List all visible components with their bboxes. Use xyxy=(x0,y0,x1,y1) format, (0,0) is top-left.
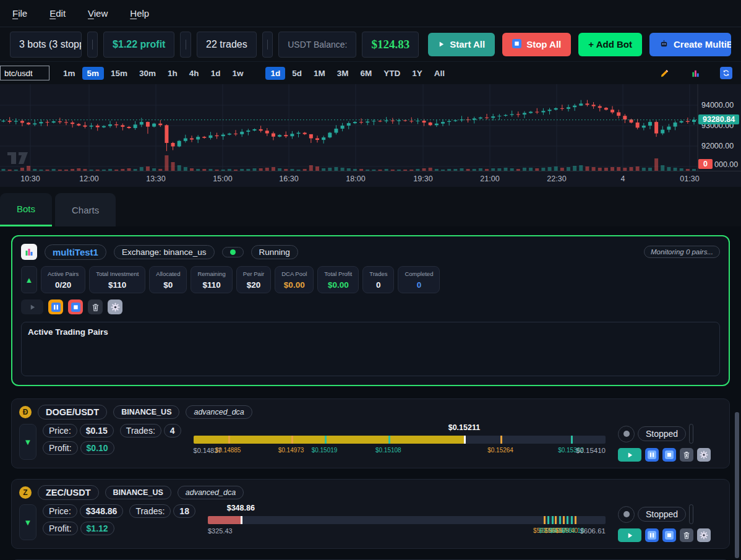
pair-collapse-toggle[interactable]: ▼ xyxy=(19,504,36,540)
play-button[interactable] xyxy=(618,448,641,462)
scrollbar-thumb[interactable] xyxy=(735,412,739,558)
price-level-tick xyxy=(575,516,576,524)
pair-card-zec: ZZEC/USDTBINANCE_USadvanced_dca▼Price:$3… xyxy=(11,479,730,549)
trades-value: 4 xyxy=(164,424,181,437)
stop-icon xyxy=(512,39,521,50)
timeframe-1h[interactable]: 1h xyxy=(163,67,182,80)
timeframe-1w[interactable]: 1w xyxy=(227,67,248,80)
create-multibot-button[interactable]: Create MultiB xyxy=(649,33,731,56)
trades-value: 18 xyxy=(173,504,195,518)
tab-bots[interactable]: Bots xyxy=(0,193,52,226)
time-axis-label: 12:00 xyxy=(79,174,98,183)
menu-item-file[interactable]: File xyxy=(12,8,27,19)
current-price-marker xyxy=(464,436,466,444)
add-bot-button[interactable]: + Add Bot xyxy=(578,33,642,56)
current-price-marker xyxy=(241,516,242,524)
price-level-tick xyxy=(567,516,568,524)
trash-button[interactable] xyxy=(680,528,693,542)
bot-card-multitest1: multiTest1 Exchange: binance_us Running … xyxy=(11,235,730,386)
play-button[interactable] xyxy=(618,528,641,542)
profit-label: Profit: xyxy=(43,522,78,535)
trash-button[interactable] xyxy=(680,448,693,462)
candlestick-plot[interactable] xyxy=(0,84,741,171)
chart-toolbar: 1m5m15m30m1h4h1d1w 1d5d1M3M6MYTD1YAll xyxy=(0,62,741,84)
menubar: FileEditViewHelp xyxy=(0,0,741,27)
timeframe-4h[interactable]: 4h xyxy=(184,67,204,80)
pair-strategy-pill: advanced_dca xyxy=(178,486,244,499)
bar-chart-icon[interactable] xyxy=(689,67,701,79)
timeframe-30m[interactable]: 30m xyxy=(134,67,161,80)
time-axis-label: 16:30 xyxy=(279,174,298,183)
bots-summary-box: 3 bots (3 stopp xyxy=(10,32,82,58)
pair-collapse-toggle[interactable]: ▼ xyxy=(19,424,36,460)
price-range-track xyxy=(194,436,606,444)
price-level-tick xyxy=(325,436,327,444)
range-max-label: $606.61 xyxy=(580,527,606,535)
time-axis-label: 13:30 xyxy=(146,174,165,183)
tab-charts[interactable]: Charts xyxy=(55,193,116,226)
timeframe-15m[interactable]: 15m xyxy=(106,67,132,80)
total-profit-text: $1.22 profit xyxy=(113,39,165,50)
pair-exchange-pill: BINANCE_US xyxy=(113,405,179,419)
current-price-label: $0.15211 xyxy=(448,423,480,432)
timeframe-5m[interactable]: 5m xyxy=(82,67,105,80)
balance-value-box: $124.83 xyxy=(362,32,419,58)
range-1y[interactable]: 1Y xyxy=(407,67,427,80)
range-1d[interactable]: 1d xyxy=(265,67,285,80)
current-price-label: $348.86 xyxy=(227,504,255,512)
play-button[interactable] xyxy=(21,299,43,314)
bot-collapse-toggle[interactable]: ▲ xyxy=(21,266,37,293)
sync-icon[interactable] xyxy=(720,67,732,79)
price-level-label: $0.15264 xyxy=(487,447,513,454)
menu-item-edit[interactable]: Edit xyxy=(49,8,66,19)
range-all[interactable]: All xyxy=(429,67,450,80)
timeframe-1m[interactable]: 1m xyxy=(58,67,80,80)
range-1m[interactable]: 1M xyxy=(309,67,330,80)
profit-label: Profit: xyxy=(43,441,78,455)
stop-button[interactable] xyxy=(662,528,676,542)
pair-status-dot-pill xyxy=(618,506,635,523)
volume-value-badge: 0 xyxy=(698,159,713,169)
pause-button[interactable] xyxy=(645,528,659,542)
gear-button[interactable] xyxy=(108,299,122,314)
bot-stat-allocated: Allocated$0 xyxy=(149,266,187,293)
price-chart[interactable]: 94000.0093000.0092000.00000.0093280.8401… xyxy=(0,84,741,187)
range-3m[interactable]: 3M xyxy=(332,67,354,80)
range-5d[interactable]: 5d xyxy=(287,67,307,80)
gear-button[interactable] xyxy=(697,528,711,542)
start-all-button[interactable]: Start All xyxy=(428,33,495,56)
gear-button[interactable] xyxy=(697,448,711,462)
price-level-label: $0.15108 xyxy=(375,447,401,454)
timeframe-1d[interactable]: 1d xyxy=(206,67,226,80)
range-max-label: $0.15410 xyxy=(576,447,606,454)
time-axis-label: 10:30 xyxy=(20,174,40,183)
price-value: $348.86 xyxy=(80,504,124,518)
pause-button[interactable] xyxy=(48,299,63,314)
range-ytd[interactable]: YTD xyxy=(379,67,405,80)
tab-strip: Bots Charts xyxy=(0,187,741,226)
price-axis-label: 94000.00 xyxy=(701,101,734,110)
bot-stat-trades: Trades0 xyxy=(362,266,394,293)
stop-button[interactable] xyxy=(662,448,676,462)
monitoring-note: Monitoring 0 pairs... xyxy=(644,246,720,258)
menu-item-help[interactable]: Help xyxy=(130,8,149,19)
menu-item-view[interactable]: View xyxy=(88,8,108,19)
price-axis-label: 92000.00 xyxy=(701,142,734,150)
price-level-tick xyxy=(228,436,230,444)
time-axis-label: 01:30 xyxy=(680,174,699,183)
pencil-icon[interactable] xyxy=(658,67,670,79)
price-level-tick xyxy=(571,516,573,524)
pause-button[interactable] xyxy=(645,448,659,462)
price-level-tick xyxy=(291,436,293,444)
symbol-input[interactable] xyxy=(0,66,49,80)
time-axis-label: 15:00 xyxy=(213,174,232,183)
total-trades-text: 22 trades xyxy=(206,39,247,50)
range-chips: 1d5d1M3M6MYTD1YAll xyxy=(265,67,450,80)
trash-button[interactable] xyxy=(88,299,103,314)
stop-all-button[interactable]: Stop All xyxy=(502,33,571,56)
price-level-tick xyxy=(388,436,390,444)
active-trading-pairs-title: Active Trading Pairs xyxy=(28,327,713,337)
price-level-tick xyxy=(559,516,561,524)
range-6m[interactable]: 6M xyxy=(355,67,377,80)
stop-button[interactable] xyxy=(68,299,83,314)
